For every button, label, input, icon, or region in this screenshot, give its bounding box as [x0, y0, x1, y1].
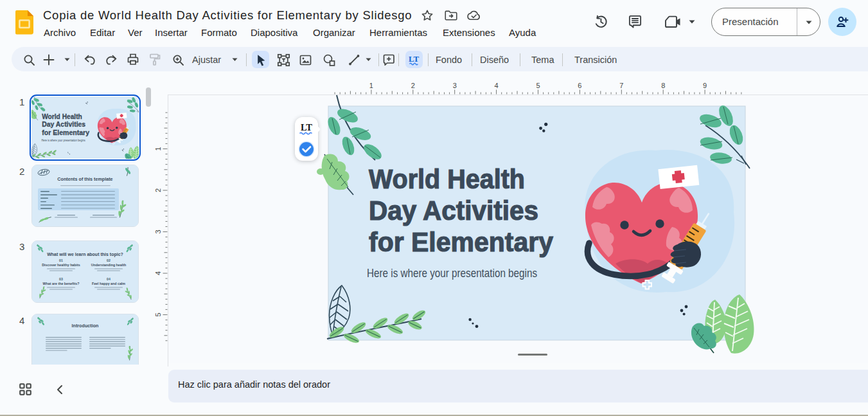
svg-text:for Elementary: for Elementary [369, 227, 554, 257]
svg-text:1: 1 [154, 147, 162, 150]
svg-text:9: 9 [703, 82, 707, 89]
svg-text:7: 7 [619, 82, 623, 89]
svg-text:Contents of this template: Contents of this template [57, 176, 112, 182]
svg-text:02: 02 [107, 258, 111, 262]
svg-text:Understanding health: Understanding health [91, 263, 126, 267]
svg-text:4: 4 [495, 82, 499, 89]
svg-text:LT: LT [409, 54, 419, 64]
svg-text:World Health: World Health [42, 113, 82, 120]
svg-text:Discover healthy habits: Discover healthy habits [42, 263, 80, 267]
svg-text:04: 04 [107, 277, 111, 281]
svg-text:Day Activities: Day Activities [42, 120, 85, 128]
svg-text:5: 5 [536, 82, 540, 89]
svg-text:2: 2 [411, 82, 415, 89]
svg-text:5: 5 [154, 312, 162, 316]
svg-text:World Health: World Health [369, 164, 525, 194]
svg-text:1: 1 [369, 82, 373, 89]
svg-text:Here is where your presentatio: Here is where your presentation begins [41, 139, 85, 142]
svg-text:03: 03 [59, 277, 63, 281]
svg-text:for Elementary: for Elementary [42, 129, 89, 136]
svg-text:01: 01 [59, 258, 63, 262]
svg-text:Introduction: Introduction [72, 323, 99, 329]
svg-text:6: 6 [578, 82, 581, 89]
svg-text:3: 3 [453, 82, 457, 89]
svg-text:What are the benefits?: What are the benefits? [43, 282, 80, 285]
svg-text:4: 4 [154, 271, 162, 275]
svg-text:2: 2 [154, 188, 162, 192]
svg-text:Feel happy and calm: Feel happy and calm [92, 282, 125, 285]
svg-text:What will we learn about this: What will we learn about this topic? [47, 252, 123, 257]
svg-text:LT: LT [301, 122, 312, 132]
svg-text:Day Activities: Day Activities [369, 195, 538, 226]
svg-text:3: 3 [154, 230, 162, 233]
svg-text:8: 8 [661, 82, 665, 89]
svg-text:Here is where your presentatio: Here is where your presentation begins [367, 266, 537, 280]
